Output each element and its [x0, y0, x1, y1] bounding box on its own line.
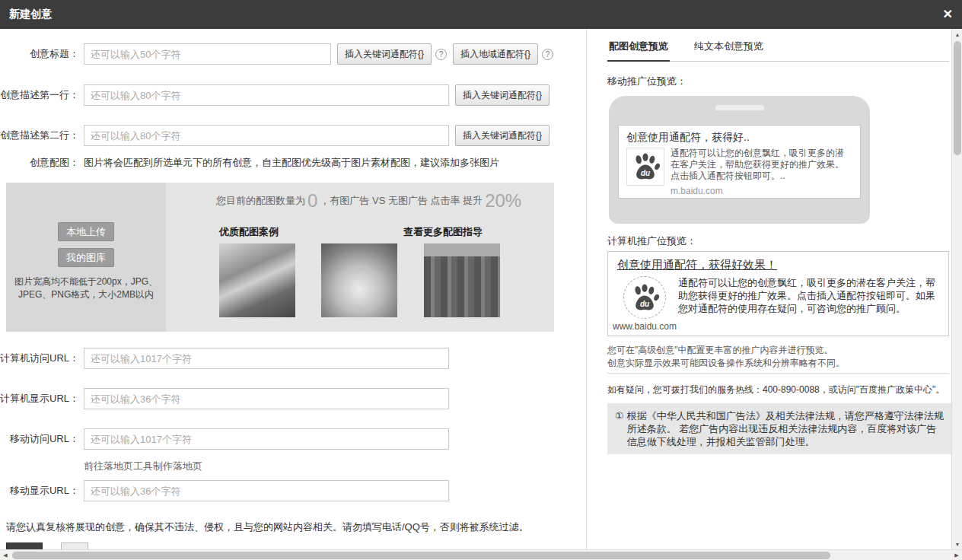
- baidu-paw-logo-icon: [626, 148, 664, 186]
- phone-mockup: 创意使用通配符，获得好.. 通配符可以让您的创意飘红，吸引更多的潜在客户关注，帮…: [609, 96, 870, 224]
- creative-title-input[interactable]: [84, 43, 331, 65]
- dialog-title: 新建创意: [9, 8, 52, 21]
- divider: [607, 373, 949, 374]
- pc-display-url-label: 计算机显示URL：: [0, 392, 79, 406]
- tab-image-creative-preview[interactable]: 配图创意预览: [607, 40, 670, 62]
- pc-ad-icon-column: www.baidu.com: [617, 276, 672, 332]
- mobile-ad-url: m.baidu.com: [671, 186, 852, 196]
- mobile-ad-card: 创意使用通配符，获得好.. 通配符可以让您的创意飘红，吸引更多的潜在客户关注，帮…: [618, 125, 861, 199]
- example-image-car: [321, 243, 397, 317]
- cancel-button-partial[interactable]: [61, 542, 88, 549]
- horizontal-scrollbar-thumb[interactable]: [12, 552, 830, 559]
- new-creative-dialog: 新建创意 ✕ 创意标题： 插入关键词通配符{} ? 插入地域通配符{} ? 创意…: [0, 0, 962, 560]
- legal-notice: ① 根据《中华人民共和国广告法》及相关法律法规，请您严格遵守法律法规所述条款。 …: [607, 403, 951, 454]
- description-line2-input[interactable]: [84, 125, 449, 146]
- pc-ad-card: 创意使用通配符，获得好效果！ www.baidu.com 通配符可以让您的创意飘…: [607, 251, 949, 336]
- scroll-right-icon[interactable]: ▶: [951, 550, 962, 560]
- pc-ad-description: 通配符可以让您的创意飘红，吸引更多的潜在客户关注，帮助您获得更好的推广效果。点击…: [678, 276, 939, 332]
- landing-page-tool-link[interactable]: 前往落地页工具制作落地页: [84, 460, 202, 473]
- image-upload-panel: 本地上传 我的图库 图片宽高均不能低于200px，JPG、JPEG、PNG格式，…: [6, 183, 554, 332]
- more-guide-link[interactable]: 查看更多配图指导: [403, 225, 483, 239]
- my-gallery-button[interactable]: 我的图库: [58, 248, 114, 267]
- examples-title: 优质配图案例: [219, 225, 279, 239]
- preview-panel: 配图创意预览 纯文本创意预览 移动推广位预览： 创意使用通配符，获得好.. 通配…: [586, 29, 951, 549]
- vertical-scrollbar[interactable]: ▲ ▼: [951, 29, 962, 549]
- scroll-down-icon[interactable]: ▼: [952, 539, 962, 549]
- mobile-preview-label: 移动推广位预览：: [607, 75, 686, 88]
- pc-url-input[interactable]: [84, 348, 449, 369]
- local-upload-button[interactable]: 本地上传: [58, 222, 114, 241]
- creative-image-hint: 图片将会匹配到所选单元下的所有创意，自主配图优先级高于图片素材配图，建议添加多张…: [84, 156, 499, 170]
- phone-speaker: [715, 105, 764, 110]
- mobile-ad-title: 创意使用通配符，获得好..: [626, 131, 852, 145]
- preview-tabs: 配图创意预览 纯文本创意预览: [607, 40, 949, 62]
- mobile-display-url-input[interactable]: [84, 480, 449, 501]
- help-icon[interactable]: ?: [435, 49, 447, 60]
- upload-area: 本地上传 我的图库 图片宽高均不能低于200px，JPG、JPEG、PNG格式，…: [6, 183, 166, 332]
- pc-ad-url: www.baidu.com: [613, 321, 677, 332]
- horizontal-scrollbar[interactable]: ◀ ▶: [0, 549, 962, 560]
- mobile-display-url-label: 移动显示URL：: [0, 484, 79, 498]
- mobile-ad-body: 通配符可以让您的创意飘红，吸引更多的潜在客户关注，帮助您获得更好的推广效果。点击…: [626, 148, 852, 186]
- tab-text-creative-preview[interactable]: 纯文本创意预览: [693, 40, 765, 61]
- mobile-url-row: 移动访问URL：: [0, 428, 449, 450]
- creative-image-label: 创意配图：: [0, 156, 79, 170]
- image-count-line: 您目前的配图数量为 0 ，有图广告 VS 无图广告 点击率 提升 20%: [216, 190, 524, 212]
- baidu-paw-logo-icon: [623, 276, 666, 319]
- insert-keyword-wildcard-button[interactable]: 插入关键词通配符{}: [455, 125, 549, 146]
- description-line1-row: 创意描述第一行： 插入关键词通配符{}: [0, 84, 549, 106]
- description-line1-label: 创意描述第一行：: [0, 88, 79, 102]
- example-image-buildings: [424, 243, 500, 317]
- display-variance-note: 创意实际显示效果可能因设备操作系统和分辨率略有不同。: [607, 357, 845, 370]
- pc-display-url-input[interactable]: [84, 388, 449, 409]
- image-count-value: 0: [307, 190, 317, 212]
- pc-preview-label: 计算机推广位预览：: [607, 234, 696, 248]
- insert-keyword-wildcard-button[interactable]: 插入关键词通配符{}: [337, 43, 432, 65]
- image-requirements-text: 图片宽高均不能低于200px，JPG、JPEG、PNG格式，大小2MB以内: [14, 275, 158, 301]
- scroll-up-icon[interactable]: ▲: [952, 29, 962, 40]
- info-icon: ①: [615, 409, 624, 448]
- pc-ad-body: www.baidu.com 通配符可以让您的创意飘红，吸引更多的潜在客户关注，帮…: [617, 276, 939, 332]
- mobile-url-input[interactable]: [84, 428, 449, 450]
- description-line2-row: 创意描述第二行： 插入关键词通配符{}: [0, 125, 549, 146]
- scroll-left-icon[interactable]: ◀: [0, 550, 11, 560]
- pc-display-url-row: 计算机显示URL：: [0, 388, 449, 409]
- insert-region-wildcard-button[interactable]: 插入地域通配符{}: [453, 43, 538, 65]
- insert-keyword-wildcard-button[interactable]: 插入关键词通配符{}: [455, 84, 549, 106]
- pc-url-row: 计算机访问URL：: [0, 348, 449, 369]
- description-line2-label: 创意描述第二行：: [0, 129, 79, 142]
- pc-ad-title: 创意使用通配符，获得好效果！: [617, 258, 939, 272]
- mobile-url-label: 移动访问URL：: [0, 432, 79, 446]
- description-line1-input[interactable]: [84, 84, 449, 106]
- creative-title-label: 创意标题：: [0, 47, 79, 61]
- dialog-titlebar: 新建创意 ✕: [0, 0, 962, 29]
- pc-url-label: 计算机访问URL：: [0, 352, 79, 365]
- creative-image-row: 创意配图： 图片将会匹配到所选单元下的所有创意，自主配图优先级高于图片素材配图，…: [0, 155, 499, 170]
- count-middle: ，有图广告 VS 无图广告 点击率 提升: [320, 194, 483, 208]
- hotline-text: 如有疑问，您可拨打我们的服务热线：400-890-0088，或访问"百度推广政策…: [607, 383, 944, 396]
- creative-title-row: 创意标题： 插入关键词通配符{} ? 插入地域通配符{} ?: [0, 43, 553, 65]
- vertical-scrollbar-thumb[interactable]: [954, 41, 961, 155]
- advanced-creative-note: 您可在"高级创意"中配置更丰富的推广内容并进行预览。: [607, 344, 833, 357]
- mobile-ad-description: 通配符可以让您的创意飘红，吸引更多的潜在客户关注，帮助您获得更好的推广效果。点击…: [671, 148, 852, 186]
- example-image-interior: [219, 243, 295, 317]
- help-icon[interactable]: ?: [542, 49, 553, 60]
- close-icon[interactable]: ✕: [943, 8, 953, 21]
- confirm-button-partial[interactable]: [6, 542, 43, 549]
- compliance-note: 请您认真复核将展现的创意，确保其不违法、侵权，且与您的网站内容相关。请勿填写电话…: [6, 520, 529, 534]
- creative-form: 创意标题： 插入关键词通配符{} ? 插入地域通配符{} ? 创意描述第一行： …: [0, 29, 586, 549]
- mobile-display-url-row: 移动显示URL：: [0, 480, 449, 501]
- ctr-lift-percent: 20%: [485, 190, 521, 212]
- count-prefix: 您目前的配图数量为: [216, 194, 305, 208]
- legal-text: 根据《中华人民共和国广告法》及相关法律法规，请您严格遵守法律法规所述条款。 若您…: [627, 409, 944, 448]
